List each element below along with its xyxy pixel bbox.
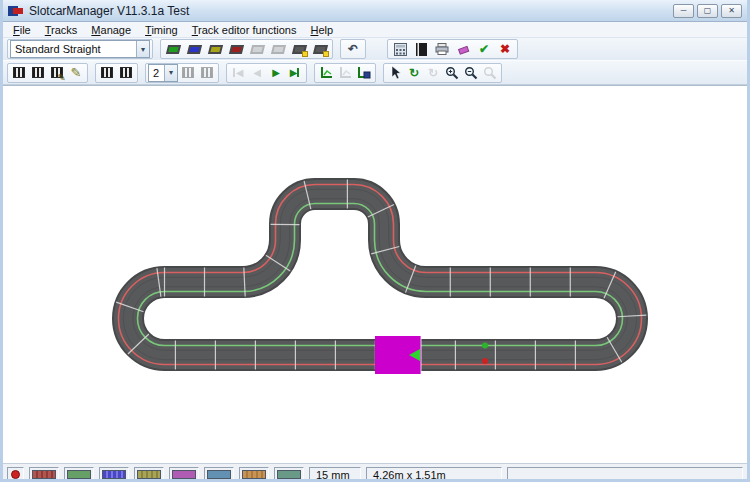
status-filler-panel (507, 467, 743, 482)
title-bar: SlotcarManager V11.3.1a Test ─ ▢ ✕ (3, 0, 747, 22)
swatch-olive-color (137, 470, 161, 479)
maximize-button[interactable]: ▢ (697, 4, 718, 18)
pointer-icon (390, 66, 401, 80)
move-piece-back-button (247, 40, 267, 58)
track-dimensions-value: 4.26m x 1.51m (373, 469, 446, 481)
section-tool-2-button[interactable] (117, 64, 135, 82)
app-icon (8, 5, 24, 17)
delete-piece-button[interactable] (226, 40, 246, 58)
swatch-teal-color (277, 470, 301, 479)
zoom-out-icon (464, 66, 478, 80)
last-piece-button[interactable]: ▶ (286, 64, 304, 82)
swatch-steel[interactable] (204, 467, 234, 482)
chart-icon (320, 66, 333, 79)
copy-badge-icon (302, 51, 308, 57)
section-tool-1-button[interactable] (98, 64, 116, 82)
close-button[interactable]: ✕ (721, 4, 742, 18)
grid-size-panel: 15 mm (309, 467, 361, 482)
erase-button[interactable] (453, 40, 473, 58)
rotate-button[interactable]: ↻ (405, 64, 423, 82)
undo-button[interactable]: ↶ (343, 40, 363, 58)
notebook-button[interactable] (411, 40, 431, 58)
zoom-fit-button (481, 64, 499, 82)
menu-file[interactable]: File (6, 23, 38, 37)
next-piece-button[interactable]: ▶ (267, 64, 285, 82)
paste-piece-button[interactable] (310, 40, 330, 58)
zoom-out-button[interactable] (462, 64, 480, 82)
swatch-blue[interactable] (99, 467, 129, 482)
next-arrow-icon: ▶ (272, 67, 280, 78)
swatch-red[interactable] (29, 467, 59, 482)
green-piece-icon (165, 45, 180, 54)
edit-lane-button[interactable]: ✎ (48, 64, 66, 82)
menu-track-editor-functions[interactable]: Track editor functions (185, 23, 304, 37)
swatch-teal[interactable] (274, 467, 304, 482)
track-drawing (3, 86, 747, 459)
red-car-marker (482, 358, 488, 364)
track-dimensions-panel: 4.26m x 1.51m (366, 467, 502, 482)
prev-arrow-icon: ◀ (253, 67, 261, 78)
zoom-in-button[interactable] (443, 64, 461, 82)
calculator-icon (394, 43, 407, 56)
print-button[interactable] (432, 40, 452, 58)
menu-manage[interactable]: Manage (84, 23, 138, 37)
pair-tool-1-button (179, 64, 197, 82)
cancel-button[interactable]: ✖ (495, 40, 515, 58)
olive-piece-icon (207, 45, 222, 54)
analysis-alt-button (336, 64, 354, 82)
green-car-marker (482, 343, 488, 349)
swatch-red-color (32, 470, 56, 479)
pair-tool-2-button (198, 64, 216, 82)
swatch-tan-color (242, 470, 266, 479)
calculator-button[interactable] (390, 40, 410, 58)
piece-type-value: Standard Straight (11, 43, 136, 55)
pencil-icon: ✎ (58, 72, 66, 83)
chevron-down-icon: ▾ (136, 41, 149, 57)
swatch-green[interactable] (64, 467, 94, 482)
replace-piece-button[interactable] (205, 40, 225, 58)
menu-tracks[interactable]: Tracks (38, 23, 85, 37)
lane-count-select[interactable]: 2 ▾ (148, 64, 178, 82)
pencil-icon: ✎ (71, 65, 82, 80)
lane-tool-1-button[interactable] (10, 64, 28, 82)
stripes-icon (201, 67, 213, 78)
save-analysis-button[interactable] (355, 64, 373, 82)
lane-color-swatches (29, 467, 304, 482)
confirm-button[interactable]: ✔ (474, 40, 494, 58)
chart-save-icon (357, 66, 371, 79)
menu-help[interactable]: Help (303, 23, 340, 37)
lane-stripes-icon (32, 67, 44, 78)
swatch-purple[interactable] (169, 467, 199, 482)
gray-piece-icon (270, 45, 285, 54)
analysis-button[interactable] (317, 64, 335, 82)
insert-piece-button[interactable] (184, 40, 204, 58)
section-stripes-icon (120, 67, 132, 78)
swatch-blue-color (102, 470, 126, 479)
copy-piece-button[interactable] (289, 40, 309, 58)
red-piece-icon (228, 45, 243, 54)
last-arrow-icon: ▶ (290, 67, 298, 78)
record-indicator (7, 467, 24, 482)
toolbar-edit: ✎ ✎ 2 ▾ ◀ ◀ ▶ ▶ (3, 60, 747, 85)
track-canvas[interactable] (3, 85, 747, 463)
app-window: SlotcarManager V11.3.1a Test ─ ▢ ✕ File … (0, 0, 750, 482)
piece-type-select[interactable]: Standard Straight ▾ (10, 40, 150, 58)
lane-tool-2-button[interactable] (29, 64, 47, 82)
draw-lane-button[interactable]: ✎ (67, 64, 85, 82)
toolbar-main: Standard Straight ▾ ↶ (3, 38, 747, 60)
first-bar-icon (233, 68, 235, 77)
notebook-icon (416, 43, 427, 56)
lane-count-value: 2 (149, 67, 164, 79)
swatch-tan[interactable] (239, 467, 269, 482)
rotate-alt-button: ↻ (424, 64, 442, 82)
eraser-icon (457, 44, 470, 55)
menu-timing[interactable]: Timing (138, 23, 185, 37)
printer-icon (435, 43, 449, 55)
swatch-olive[interactable] (134, 467, 164, 482)
select-pointer-button[interactable] (386, 64, 404, 82)
add-piece-button[interactable] (163, 40, 183, 58)
minimize-button[interactable]: ─ (673, 4, 694, 18)
swatch-steel-color (207, 470, 231, 479)
move-piece-forward-button (268, 40, 288, 58)
menu-bar: File Tracks Manage Timing Track editor f… (3, 22, 747, 38)
